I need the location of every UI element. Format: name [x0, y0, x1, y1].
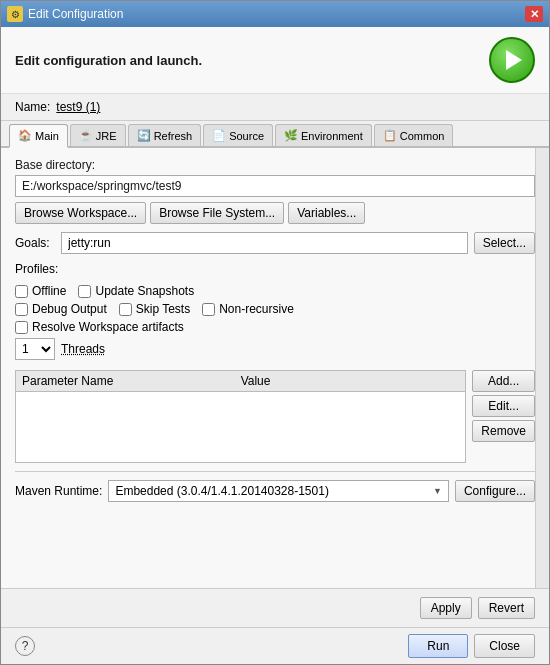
window-title: Edit Configuration: [28, 7, 123, 21]
checkbox-row-3: Resolve Workspace artifacts: [15, 320, 535, 334]
resolve-workspace-checkbox-item: Resolve Workspace artifacts: [15, 320, 184, 334]
threads-select[interactable]: 1 2 4: [15, 338, 55, 360]
window-icon: ⚙: [7, 6, 23, 22]
tab-refresh[interactable]: 🔄 Refresh: [128, 124, 202, 146]
run-launch-button[interactable]: Run: [408, 634, 468, 658]
goals-label: Goals:: [15, 236, 55, 250]
checkbox-row-1: Offline Update Snapshots: [15, 284, 535, 298]
maven-runtime-dropdown[interactable]: Embedded (3.0.4/1.4.1.20140328-1501) ▼: [108, 480, 449, 502]
tab-common[interactable]: 📋 Common: [374, 124, 454, 146]
chevron-down-icon: ▼: [433, 486, 442, 496]
non-recursive-label: Non-recursive: [219, 302, 294, 316]
common-tab-icon: 📋: [383, 129, 397, 142]
close-dialog-button[interactable]: Close: [474, 634, 535, 658]
non-recursive-checkbox[interactable]: [202, 303, 215, 316]
browse-workspace-button[interactable]: Browse Workspace...: [15, 202, 146, 224]
tab-main-label: Main: [35, 130, 59, 142]
maven-runtime-row: Maven Runtime: Embedded (3.0.4/1.4.1.201…: [15, 471, 535, 506]
edit-param-button[interactable]: Edit...: [472, 395, 535, 417]
scrollbar[interactable]: [535, 148, 549, 588]
checkbox-row-2: Debug Output Skip Tests Non-recursive: [15, 302, 535, 316]
update-snapshots-checkbox[interactable]: [78, 285, 91, 298]
params-actions: Add... Edit... Remove: [472, 370, 535, 442]
run-button[interactable]: [489, 37, 535, 83]
main-window: ⚙ Edit Configuration ✕ Edit configuratio…: [0, 0, 550, 665]
browse-filesystem-button[interactable]: Browse File System...: [150, 202, 284, 224]
jre-tab-icon: ☕: [79, 129, 93, 142]
params-container: Parameter Name Value Add... Edit... Remo…: [15, 370, 535, 471]
tab-jre[interactable]: ☕ JRE: [70, 124, 126, 146]
bottom-right-buttons: Run Close: [408, 634, 535, 658]
goals-row: Goals: Select...: [15, 232, 535, 254]
profiles-row: Profiles:: [15, 262, 535, 276]
base-directory-group: Base directory: E:/workspace/springmvc/t…: [15, 158, 535, 224]
tabs-row: 🏠 Main ☕ JRE 🔄 Refresh 📄 Source 🌿 Enviro…: [1, 121, 549, 148]
offline-checkbox[interactable]: [15, 285, 28, 298]
tab-environment-label: Environment: [301, 130, 363, 142]
tab-jre-label: JRE: [96, 130, 117, 142]
help-button[interactable]: ?: [15, 636, 35, 656]
maven-runtime-value: Embedded (3.0.4/1.4.1.20140328-1501): [115, 484, 329, 498]
base-directory-label: Base directory:: [15, 158, 535, 172]
env-tab-icon: 🌿: [284, 129, 298, 142]
base-directory-value: E:/workspace/springmvc/test9: [15, 175, 535, 197]
remove-param-button[interactable]: Remove: [472, 420, 535, 442]
variables-button[interactable]: Variables...: [288, 202, 365, 224]
refresh-tab-icon: 🔄: [137, 129, 151, 142]
threads-row: 1 2 4 Threads: [15, 338, 535, 360]
bottom-bar: ? Run Close: [1, 627, 549, 664]
header-area: Edit configuration and launch.: [1, 27, 549, 94]
scroll-content: Base directory: E:/workspace/springmvc/t…: [1, 148, 549, 588]
params-table: Parameter Name Value: [15, 370, 466, 463]
skip-tests-label: Skip Tests: [136, 302, 190, 316]
debug-output-checkbox[interactable]: [15, 303, 28, 316]
name-label: Name:: [15, 100, 50, 114]
close-window-button[interactable]: ✕: [525, 6, 543, 22]
tab-common-label: Common: [400, 130, 445, 142]
profiles-label: Profiles:: [15, 262, 58, 276]
tab-refresh-label: Refresh: [154, 130, 193, 142]
non-recursive-checkbox-item: Non-recursive: [202, 302, 294, 316]
tab-main[interactable]: 🏠 Main: [9, 124, 68, 148]
source-tab-icon: 📄: [212, 129, 226, 142]
params-col-name-header: Parameter Name: [22, 374, 241, 388]
browse-buttons: Browse Workspace... Browse File System..…: [15, 202, 535, 224]
maven-runtime-label: Maven Runtime:: [15, 484, 102, 498]
title-bar-left: ⚙ Edit Configuration: [7, 6, 123, 22]
tab-environment[interactable]: 🌿 Environment: [275, 124, 372, 146]
update-snapshots-label: Update Snapshots: [95, 284, 194, 298]
select-button[interactable]: Select...: [474, 232, 535, 254]
resolve-workspace-label: Resolve Workspace artifacts: [32, 320, 184, 334]
run-icon: [506, 50, 522, 70]
configure-button[interactable]: Configure...: [455, 480, 535, 502]
offline-checkbox-item: Offline: [15, 284, 66, 298]
name-value: test9 (1): [56, 100, 100, 114]
header-text: Edit configuration and launch.: [15, 53, 202, 68]
tab-source-label: Source: [229, 130, 264, 142]
update-snapshots-checkbox-item: Update Snapshots: [78, 284, 194, 298]
params-col-value-header: Value: [241, 374, 460, 388]
apply-button[interactable]: Apply: [420, 597, 472, 619]
title-bar: ⚙ Edit Configuration ✕: [1, 1, 549, 27]
params-header: Parameter Name Value: [16, 371, 465, 392]
skip-tests-checkbox-item: Skip Tests: [119, 302, 190, 316]
content-area: Base directory: E:/workspace/springmvc/t…: [1, 148, 549, 588]
offline-label: Offline: [32, 284, 66, 298]
resolve-workspace-checkbox[interactable]: [15, 321, 28, 334]
add-param-button[interactable]: Add...: [472, 370, 535, 392]
threads-label: Threads: [61, 342, 105, 356]
debug-output-checkbox-item: Debug Output: [15, 302, 107, 316]
debug-output-label: Debug Output: [32, 302, 107, 316]
tab-source[interactable]: 📄 Source: [203, 124, 273, 146]
footer-buttons: Apply Revert: [1, 588, 549, 627]
goals-input[interactable]: [61, 232, 468, 254]
skip-tests-checkbox[interactable]: [119, 303, 132, 316]
main-tab-icon: 🏠: [18, 129, 32, 142]
revert-button[interactable]: Revert: [478, 597, 535, 619]
name-row: Name: test9 (1): [1, 94, 549, 121]
params-body: [16, 392, 465, 462]
